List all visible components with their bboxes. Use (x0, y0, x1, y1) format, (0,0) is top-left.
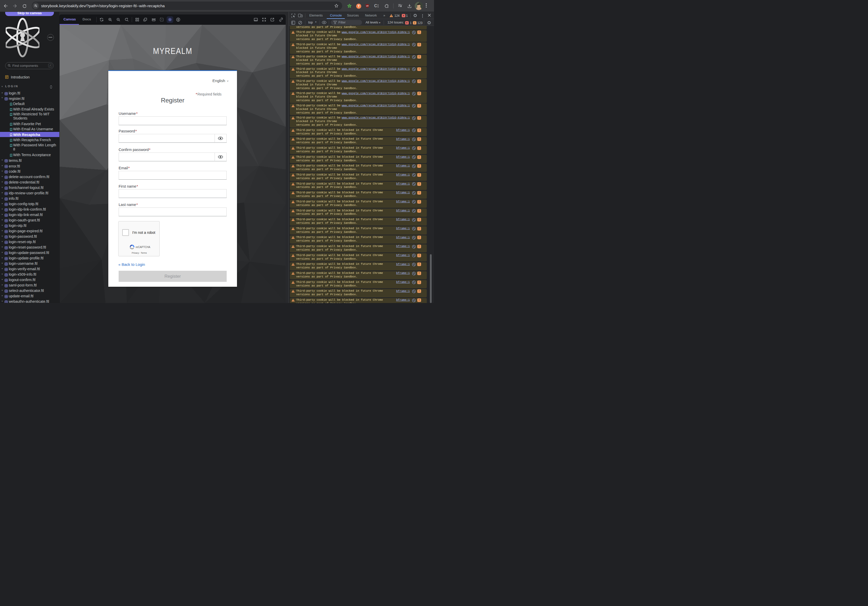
svg-text:uO: uO (366, 5, 369, 7)
